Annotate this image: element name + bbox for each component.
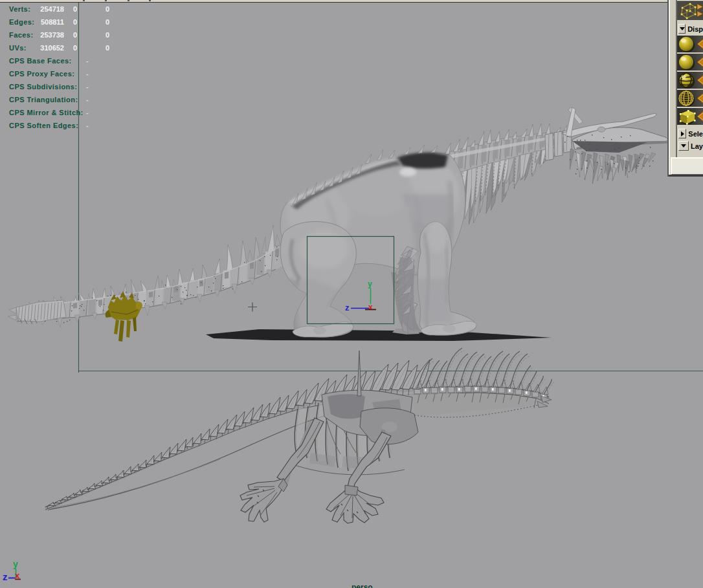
svg-text:y: y <box>13 559 18 569</box>
svg-text:z: z <box>3 571 8 582</box>
svg-text:y: y <box>368 279 372 289</box>
svg-text:z: z <box>345 303 350 312</box>
svg-text:x: x <box>368 303 373 312</box>
